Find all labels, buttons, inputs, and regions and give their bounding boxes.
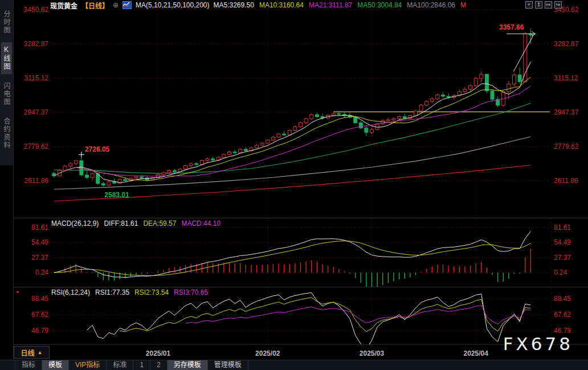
- rsi1-value: RSI1:77.35: [95, 288, 129, 296]
- macd-diff-value: DIFF:81.61: [104, 219, 138, 227]
- macd-axis-label-right: 81.61: [554, 223, 571, 231]
- toolbar-tab[interactable]: 指标: [15, 360, 42, 370]
- date-label: 2025/02: [255, 349, 280, 357]
- y-axis-label-right: 3115.12: [554, 74, 578, 82]
- rsi-title: RSI(6,12,24): [51, 288, 90, 296]
- chart-region: 现货黄金 【日线】 ⊕ MA(5,10,21,50,100,200) MA5:3…: [14, 0, 588, 370]
- macd-axis-label-left: 0.24: [35, 269, 49, 277]
- toolbar-tab[interactable]: 1: [133, 360, 150, 370]
- y-axis-label-right: 3282.87: [554, 40, 579, 48]
- ma-legend-value: MA10:3160.64: [259, 1, 304, 9]
- price-annotation: 2583.01: [104, 191, 129, 199]
- rsi-header: RSI(6,12,24) RSI1:77.35 RSI2:73.54 RSI3:…: [51, 288, 208, 296]
- scale-x-icon[interactable]: ↦: [545, 1, 552, 9]
- toolbar-tab[interactable]: 管理模板: [208, 360, 248, 370]
- ma-params-label: MA(5,10,21,50,100,200): [136, 1, 209, 9]
- sidebar-item-selected[interactable]: K线图: [1, 42, 12, 74]
- sidebar-item-tab[interactable]: 合约资料: [1, 114, 12, 153]
- sidebar-item-tab[interactable]: 分时图: [1, 7, 12, 38]
- chart-application: 分时图K线图闪电图合约资料 现货黄金 【日线】 ⊕ MA(5,10,21,50,…: [0, 0, 588, 370]
- y-axis-label-left: 3282.87: [24, 40, 49, 48]
- y-axis-label-right: 2947.37: [554, 108, 579, 116]
- date-label: 2025/01: [146, 349, 170, 357]
- sidebar-item-tab[interactable]: 闪电图: [1, 79, 12, 109]
- macd-axis-label-left: 27.37: [31, 254, 48, 262]
- y-axis-label-left: 3450.62: [24, 6, 49, 14]
- macd-header: MACD(26,12,9) DIFF:81.61 DEA:59.57 MACD:…: [51, 219, 220, 227]
- price-annotation: 3357.66: [499, 23, 524, 31]
- rsi3-value: RSI3:70.65: [174, 288, 208, 296]
- rsi-axis-label-left: 67.62: [31, 311, 48, 319]
- crosshair-icon[interactable]: +: [525, 1, 533, 9]
- period-selector-label: 日线: [21, 348, 35, 357]
- watermark: FX678: [503, 334, 573, 354]
- rsi2-value: RSI2:73.54: [134, 288, 169, 296]
- panel-separator[interactable]: [14, 287, 588, 287]
- macd-dea-value: DEA:59.57: [143, 219, 176, 227]
- rsi-axis-label-right: 67.62: [554, 311, 571, 319]
- triangle-up-icon: ▲: [38, 349, 43, 355]
- macd-axis-label-left: 54.49: [31, 238, 48, 246]
- macd-macd-value: MACD:44.10: [181, 219, 220, 227]
- ma-legend-value: MA100:2846.06: [407, 1, 455, 9]
- ma-legend-value: MA50:3004.84: [357, 1, 402, 9]
- rsi-axis-label-left: 46.79: [31, 327, 48, 335]
- macd-axis-label-right: 0.24: [554, 269, 567, 277]
- ma-legend-value: MA5:3269.50: [214, 1, 254, 9]
- toolbar-tab[interactable]: VIP指标: [69, 360, 107, 370]
- indicator-dot-icon[interactable]: ●: [16, 289, 19, 295]
- chart-type-list: 分时图K线图闪电图合约资料: [0, 0, 13, 165]
- rsi-axis-label-right: 88.45: [554, 295, 571, 303]
- symbol-name: 现货黄金: [50, 1, 77, 10]
- macd-axis-label-right: 54.49: [554, 238, 571, 246]
- toolbar-tab[interactable]: 模板: [42, 360, 69, 370]
- period-label: 【日线】: [81, 1, 109, 10]
- panel-separator[interactable]: [14, 218, 588, 218]
- bottom-toolbar: 指标模板VIP指标标准12另存模板管理模板: [0, 360, 588, 370]
- rsi-axis-label-left: 88.45: [31, 295, 48, 303]
- date-label: 2025/03: [360, 349, 384, 357]
- macd-axis-label-right: 27.37: [554, 254, 571, 262]
- chart-type-icon[interactable]: [122, 1, 132, 9]
- toolbar-tab[interactable]: 2: [150, 360, 168, 370]
- expand-icon[interactable]: ⊕: [113, 1, 119, 9]
- time-axis: 日线 ▲ 2025/012025/022025/032025/04: [14, 344, 588, 360]
- toolbar-tab[interactable]: 标准: [107, 360, 133, 370]
- macd-axis-label-left: 81.61: [31, 223, 48, 231]
- main-candlestick-chart[interactable]: 3450.623450.623282.873282.873115.123115.…: [14, 0, 588, 218]
- y-axis-label-left: 2947.37: [24, 108, 49, 116]
- toolbar-tab[interactable]: 另存模板: [168, 360, 208, 370]
- y-axis-label-right: 2611.86: [554, 177, 578, 185]
- y-axis-label-left: 2779.62: [24, 143, 49, 151]
- macd-title: MACD(26,12,9): [51, 219, 99, 227]
- scale-y-icon[interactable]: ↥: [535, 1, 542, 9]
- left-sidebar: 分时图K线图闪电图合约资料: [0, 0, 14, 370]
- macd-panel[interactable]: 81.6181.6154.4954.4927.3727.370.240.24: [14, 218, 588, 287]
- ma-legend-value: MA21:3111.87: [309, 1, 352, 9]
- date-label: 2025/04: [463, 349, 488, 357]
- chart-header: 现货黄金 【日线】 ⊕ MA(5,10,21,50,100,200) MA5:3…: [50, 1, 466, 10]
- pan-right-icon[interactable]: ↪: [554, 1, 562, 9]
- price-annotation: 2726.05: [85, 145, 110, 153]
- y-axis-label-left: 2611.86: [24, 177, 49, 185]
- ma-legend: MA5:3269.50MA10:3160.64MA21:3111.87MA50:…: [214, 1, 467, 9]
- chart-toolbar-icons: +↥↦↪: [525, 1, 562, 9]
- ma-legend-value: M: [460, 1, 466, 9]
- y-axis-label-left: 3115.12: [24, 74, 49, 82]
- y-axis-label-right: 2779.62: [554, 143, 579, 151]
- period-selector[interactable]: 日线 ▲: [14, 346, 50, 359]
